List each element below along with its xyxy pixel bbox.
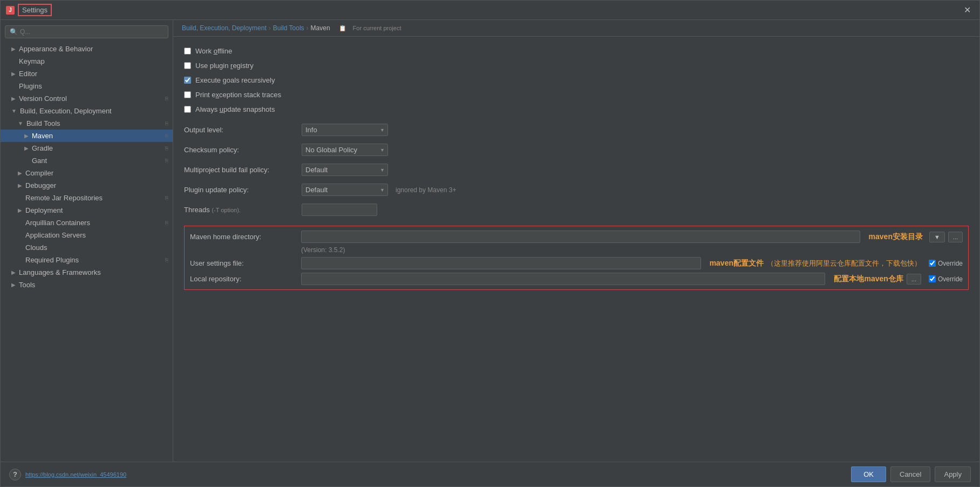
sidebar-item-app-servers[interactable]: Application Servers	[1, 229, 173, 241]
breadcrumb-part-3: Maven	[311, 24, 330, 32]
plugin-update-policy-row: Plugin update policy: Default Always Nev…	[184, 181, 969, 198]
output-level-select[interactable]: Info Debug Error	[302, 124, 388, 136]
sidebar-item-label: Required Plugins	[18, 256, 79, 264]
search-box[interactable]: 🔍	[5, 25, 168, 38]
user-settings-override-label[interactable]: Override	[938, 260, 963, 267]
sidebar-item-label: Gant	[24, 157, 47, 165]
expand-icon: ▶	[24, 145, 29, 151]
local-repo-override-label[interactable]: Override	[938, 275, 963, 283]
sidebar-item-languages[interactable]: ▶ Languages & Frameworks	[1, 266, 173, 279]
work-offline-checkbox[interactable]	[184, 48, 191, 55]
sidebar-item-debugger[interactable]: ▶ Debugger	[1, 179, 173, 192]
cancel-button[interactable]: Cancel	[890, 466, 930, 482]
breadcrumb-part-1[interactable]: Build, Execution, Deployment	[182, 24, 267, 32]
maven-home-annotation: maven安装目录	[869, 232, 923, 242]
bottom-url[interactable]: https://blog.csdn.net/weixin_45496190	[25, 471, 126, 478]
execute-goals-checkbox[interactable]	[184, 77, 191, 84]
sidebar-item-build-tools[interactable]: ▼ Build Tools ⎘	[1, 117, 173, 130]
expand-icon: ▶	[18, 170, 22, 176]
execute-goals-label[interactable]: Execute goals recursively	[195, 76, 275, 84]
copy-icon: ⎘	[165, 195, 168, 201]
sidebar-item-version-control[interactable]: ▶ Version Control ⎘	[1, 92, 173, 105]
maven-home-dropdown-btn[interactable]: ▼	[929, 232, 945, 242]
expand-icon: ▼	[11, 108, 17, 114]
sidebar-item-plugins[interactable]: Plugins	[1, 80, 173, 92]
local-repo-override-checkbox[interactable]	[929, 275, 936, 282]
close-button[interactable]: ✕	[961, 5, 974, 16]
sidebar-item-keymap[interactable]: Keymap	[1, 55, 173, 67]
print-exception-label[interactable]: Print exception stack traces	[195, 91, 281, 99]
sidebar-item-gradle[interactable]: ▶ Gradle ⎘	[1, 142, 173, 154]
multiproject-policy-label: Multiproject build fail policy:	[184, 166, 297, 174]
sidebar-item-maven[interactable]: ▶ Maven ⎘	[1, 130, 173, 142]
sidebar-item-compiler[interactable]: ▶ Compiler	[1, 167, 173, 179]
maven-home-browse-btn[interactable]: ...	[948, 232, 963, 242]
breadcrumb-sep-2: ›	[307, 24, 309, 32]
search-icon: 🔍	[10, 28, 18, 36]
search-input[interactable]	[20, 28, 164, 36]
multiproject-policy-select-wrapper: Default Continue Fail at End Never Fail	[302, 164, 388, 176]
maven-version-row: (Version: 3.5.2)	[190, 246, 963, 254]
expand-icon: ▶	[11, 46, 16, 52]
apply-button[interactable]: Apply	[935, 466, 971, 482]
expand-icon: ▼	[18, 120, 23, 126]
sidebar-item-remote-jar[interactable]: Remote Jar Repositories ⎘	[1, 192, 173, 204]
sidebar-item-label: Plugins	[11, 82, 42, 90]
sidebar-item-label: Compiler	[25, 169, 53, 177]
checksum-policy-select[interactable]: No Global Policy Warn Fail Ignore	[302, 144, 388, 156]
user-settings-override-checkbox[interactable]	[929, 260, 936, 267]
execute-goals-row: Execute goals recursively	[184, 75, 969, 86]
use-plugin-registry-label[interactable]: Use plugin registry	[195, 62, 254, 70]
user-settings-input[interactable]: D:\localhome\aliyun.xml	[301, 257, 701, 269]
multiproject-policy-select[interactable]: Default Continue Fail at End Never Fail	[302, 164, 388, 176]
use-plugin-registry-checkbox[interactable]	[184, 62, 191, 69]
work-offline-row: Work offline	[184, 45, 969, 57]
expand-icon: ▶	[11, 282, 16, 288]
copy-icon: ⎘	[165, 145, 168, 151]
sidebar-item-gant[interactable]: Gant ⎘	[1, 154, 173, 167]
checksum-policy-row: Checksum policy: No Global Policy Warn F…	[184, 141, 969, 158]
sidebar-item-tools[interactable]: ▶ Tools	[1, 279, 173, 291]
expand-icon: ▶	[18, 182, 22, 188]
sidebar-item-required-plugins[interactable]: Required Plugins ⎘	[1, 254, 173, 266]
sidebar-item-clouds[interactable]: Clouds	[1, 241, 173, 254]
copy-icon: ⎘	[165, 257, 168, 263]
sidebar-item-build-exec[interactable]: ▼ Build, Execution, Deployment	[1, 105, 173, 117]
expand-icon: ▶	[24, 133, 29, 139]
sidebar: 🔍 ▶ Appearance & Behavior Keymap ▶ Edito…	[1, 20, 173, 462]
local-repo-input[interactable]: D:\localhome\maven_repository	[301, 273, 825, 285]
settings-panel: Work offline Use plugin registry Execute…	[173, 37, 979, 462]
breadcrumb-note: For current project	[353, 25, 401, 31]
sidebar-item-arquillian[interactable]: Arquillian Containers ⎘	[1, 217, 173, 229]
maven-home-input[interactable]: D:/Program Files/apache-maven-3.5.2	[301, 231, 860, 243]
sidebar-item-label: Build Tools	[26, 119, 60, 127]
sidebar-item-deployment[interactable]: ▶ Deployment	[1, 204, 173, 217]
user-settings-annotation: maven配置文件	[710, 259, 764, 268]
ok-button[interactable]: OK	[851, 466, 886, 482]
maven-version-text: (Version: 3.5.2)	[301, 246, 345, 254]
work-offline-label[interactable]: Work offline	[195, 47, 232, 55]
expand-icon: ▶	[18, 207, 22, 213]
sidebar-item-label: Gradle	[32, 144, 53, 152]
maven-home-row: Maven home directory: D:/Program Files/a…	[190, 231, 963, 243]
checksum-policy-label: Checksum policy:	[184, 146, 297, 154]
sidebar-item-editor[interactable]: ▶ Editor	[1, 67, 173, 80]
multiproject-policy-row: Multiproject build fail policy: Default …	[184, 161, 969, 178]
breadcrumb: Build, Execution, Deployment › Build Too…	[173, 20, 979, 37]
plugin-update-policy-select[interactable]: Default Always Never Interval	[302, 184, 388, 196]
sidebar-item-appearance[interactable]: ▶ Appearance & Behavior	[1, 43, 173, 55]
sidebar-item-label: Tools	[19, 281, 35, 289]
breadcrumb-part-2[interactable]: Build Tools	[273, 24, 304, 32]
threads-input[interactable]	[302, 204, 377, 216]
sidebar-item-label: Deployment	[25, 206, 63, 214]
copy-icon: ⎘	[165, 220, 168, 226]
local-repo-browse-btn[interactable]: ...	[907, 274, 921, 285]
sidebar-item-label: Editor	[19, 70, 37, 78]
local-repo-label: Local repository:	[190, 275, 298, 283]
expand-icon: ▶	[11, 96, 16, 102]
always-update-checkbox[interactable]	[184, 106, 191, 113]
always-update-label[interactable]: Always update snapshots	[195, 105, 275, 113]
print-exception-checkbox[interactable]	[184, 91, 191, 98]
sidebar-item-label: Version Control	[19, 94, 67, 103]
help-button[interactable]: ?	[9, 469, 21, 481]
